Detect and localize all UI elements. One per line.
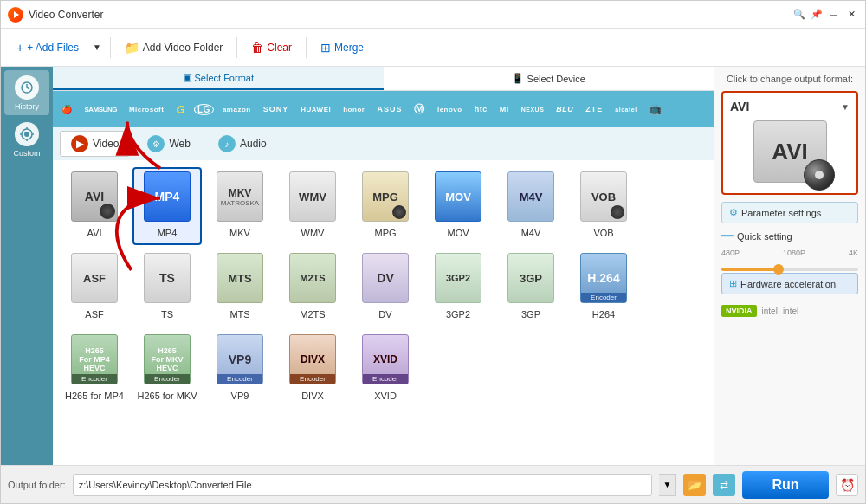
quick-setting-icon: ━━ (721, 230, 734, 242)
plus-icon: + (16, 41, 23, 55)
format-3gp2[interactable]: 3GP2 3GP2 (423, 249, 493, 326)
format-m2ts[interactable]: M2TS M2TS (278, 249, 347, 326)
run-button[interactable]: Run (742, 471, 829, 499)
folder-open-icon: 📂 (688, 478, 702, 491)
h265mkv-label: H265 for MKV (137, 391, 197, 401)
close-btn[interactable]: ✕ (844, 8, 858, 22)
brand-apple[interactable]: 🍎 (58, 105, 76, 114)
brand-alcatel[interactable]: alcatel (611, 107, 640, 113)
format-m4v[interactable]: M4V M4V (496, 167, 565, 245)
xvid-icon: XVID Encoder (362, 334, 409, 384)
dv-label: DV (378, 309, 391, 320)
hw-icon: ⊞ (729, 278, 737, 289)
format-vp9[interactable]: VP9 Encoder VP9 (205, 330, 275, 408)
audio-type-button[interactable]: ♪ Audio (208, 132, 277, 156)
format-dv[interactable]: DV DV (351, 249, 420, 326)
custom-label: Custom (13, 149, 40, 158)
pin-btn[interactable]: 📌 (810, 8, 824, 22)
ts-label: TS (161, 309, 173, 320)
brand-zte[interactable]: ZTE (582, 105, 606, 113)
window-controls: 🔍 📌 ─ ✕ (792, 8, 858, 22)
h265mp4-icon: H265For MP4HEVC Encoder (71, 334, 118, 384)
m2ts-label: M2TS (300, 309, 325, 320)
search-btn[interactable]: 🔍 (792, 8, 806, 22)
brand-lenovo[interactable]: lenovo (434, 106, 466, 113)
format-xvid[interactable]: XVID Encoder XVID (351, 330, 420, 408)
mkv-label: MKV (229, 228, 250, 238)
format-tabs: ▣ Select Format 📱 Select Device (53, 67, 714, 91)
brand-samsung[interactable]: SAMSUNG (81, 106, 120, 113)
brand-htc[interactable]: htc (471, 105, 491, 113)
bottom-bar: Output folder: z:\Users\Kevincy\Desktop\… (1, 465, 865, 503)
add-files-button[interactable]: + + Add Files (8, 36, 87, 59)
format-mov[interactable]: MOV MOV (423, 167, 493, 245)
format-mpg[interactable]: MPG MPG (351, 167, 420, 245)
brand-asus[interactable]: ASUS (373, 105, 405, 113)
h264-icon: H.264 Encoder (580, 253, 627, 303)
brand-mi[interactable]: MI (496, 105, 513, 113)
brand-honor[interactable]: honor (339, 106, 368, 113)
format-mts[interactable]: MTS MTS (205, 249, 275, 326)
brand-lg[interactable]: LG (194, 104, 214, 115)
add-video-folder-button[interactable]: 📁 Add Video Folder (116, 36, 232, 59)
sidebar: History Custom (1, 67, 53, 465)
history-icon (15, 75, 39, 100)
output-path-dropdown-button[interactable]: ▼ (659, 474, 676, 496)
format-ts[interactable]: TS TS (132, 249, 202, 326)
dv-icon: DV (362, 253, 409, 303)
format-tab-icon: ▣ (183, 72, 191, 83)
minimize-btn[interactable]: ─ (827, 8, 841, 22)
3gp-label: 3GP (521, 309, 540, 320)
brand-nexus[interactable]: NEXUS (518, 107, 548, 113)
format-h265mkv[interactable]: H265For MKVHEVC Encoder H265 for MKV (132, 330, 202, 408)
format-avi[interactable]: AVI AVI (60, 167, 129, 245)
brand-huawei[interactable]: HUAWEI (297, 106, 334, 113)
merge-button[interactable]: ⊞ Merge (312, 36, 372, 59)
output-format-box[interactable]: AVI ▼ AVI (721, 91, 858, 195)
web-type-button[interactable]: ⚙ Web (137, 132, 200, 156)
open-folder-button[interactable]: 📂 (683, 474, 706, 496)
m4v-label: M4V (521, 228, 541, 238)
alarm-button[interactable]: ⏰ (836, 474, 858, 496)
clear-button[interactable]: 🗑 Clear (242, 36, 301, 59)
sync-button[interactable]: ⇄ (713, 474, 735, 496)
format-h264[interactable]: H.264 Encoder H264 (569, 249, 638, 326)
nvidia-badge: NVIDIA (721, 305, 757, 317)
format-h265mp4[interactable]: H265For MP4HEVC Encoder H265 for MP4 (60, 330, 129, 408)
wmv-label: WMV (301, 228, 325, 238)
alarm-icon: ⏰ (840, 478, 855, 492)
gpu-logos-row: NVIDIA intel intel (721, 301, 858, 320)
output-format-dropdown-arrow[interactable]: ▼ (841, 102, 850, 112)
m2ts-icon: M2TS (289, 253, 336, 303)
h265mp4-label: H265 for MP4 (65, 391, 124, 401)
format-asf[interactable]: ASF ASF (60, 249, 129, 326)
brand-microsoft[interactable]: Microsoft (126, 106, 168, 113)
brand-sony[interactable]: SONY (260, 105, 293, 113)
format-mkv[interactable]: MKV MATROSKA MKV (205, 167, 275, 245)
format-mp4[interactable]: MP4 MP4 (132, 167, 202, 245)
type-buttons-row: ▶ Video ⚙ Web ♪ Audio (53, 127, 714, 160)
sidebar-item-history[interactable]: History (4, 70, 49, 115)
vob-label: VOB (593, 228, 613, 238)
format-wmv[interactable]: WMV WMV (278, 167, 347, 245)
format-divx[interactable]: DIVX Encoder DIVX (278, 330, 347, 408)
tab-select-format[interactable]: ▣ Select Format (53, 67, 384, 90)
sidebar-item-custom[interactable]: Custom (4, 117, 49, 162)
parameter-settings-button[interactable]: ⚙ Parameter settings (721, 202, 858, 223)
brand-blu[interactable]: BLU (553, 105, 577, 113)
quality-slider[interactable]: 480P 1080P 4K Default 720P 2K (721, 249, 858, 266)
add-files-dropdown-arrow[interactable]: ▼ (89, 38, 105, 56)
video-type-icon: ▶ (71, 135, 88, 152)
brand-amazon[interactable]: amazon (219, 106, 255, 113)
tab-select-device[interactable]: 📱 Select Device (384, 67, 714, 90)
video-type-button[interactable]: ▶ Video (60, 131, 130, 157)
format-3gp[interactable]: 3GP 3GP (496, 249, 565, 326)
brand-motorola[interactable]: Ⓜ (410, 102, 429, 117)
device-tab-icon: 📱 (512, 73, 524, 84)
brand-tv[interactable]: 📺 (646, 104, 666, 115)
toolbar-separator-3 (306, 37, 307, 58)
output-folder-label: Output folder: (8, 480, 66, 490)
hardware-acceleration-button[interactable]: ⊞ Hardware acceleration (721, 273, 858, 294)
format-vob[interactable]: VOB VOB (569, 167, 638, 245)
brand-google[interactable]: G (172, 103, 189, 116)
